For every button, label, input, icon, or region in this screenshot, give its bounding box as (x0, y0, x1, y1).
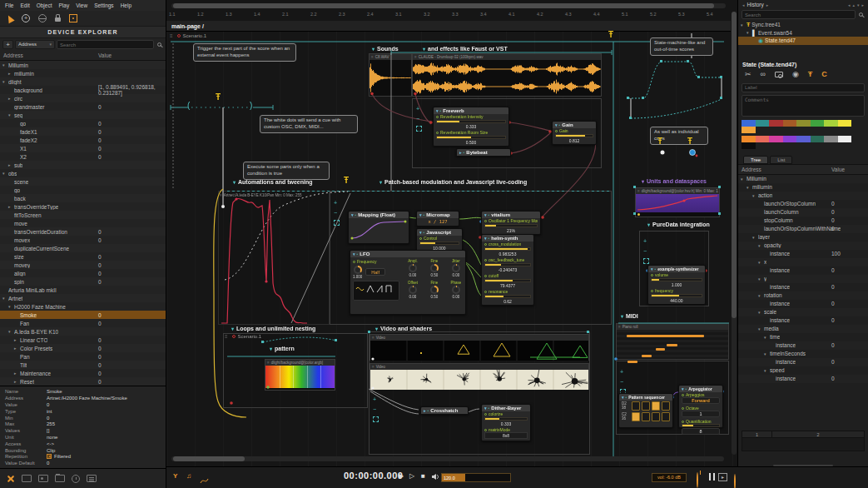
video-zoom-icons[interactable]: +− (373, 396, 379, 422)
palette-swatch[interactable] (756, 120, 770, 127)
stop-icon[interactable]: ■ (421, 473, 425, 480)
patch-zoom-icons[interactable]: +− (334, 200, 340, 226)
midi-note[interactable] (642, 355, 652, 357)
speaker-icon[interactable] (431, 473, 439, 482)
tempo-slider[interactable]: 120.0 (441, 473, 511, 482)
tree-row[interactable]: fitToScreen (0, 211, 166, 219)
volume-display[interactable]: vol: -6.0 dB (652, 473, 687, 482)
tree-row[interactable]: stopColumn0 (738, 217, 868, 225)
automation-box[interactable] (218, 191, 330, 325)
message-icon[interactable] (22, 475, 32, 482)
sounds-label[interactable]: ▾Sounds (372, 46, 399, 52)
vertical-scrollbar[interactable] (732, 12, 737, 455)
tree-row[interactable]: ▸sub (0, 161, 166, 169)
annotation-note[interactable]: Execute some parts only when a condition… (243, 162, 330, 180)
tree-row[interactable]: size0 (0, 252, 166, 261)
tree-row[interactable]: ▸Maintenance0 (0, 369, 166, 377)
curve-icon[interactable] (200, 473, 209, 488)
tree-row[interactable]: ▾A.leda B-EYE K10 (0, 327, 166, 336)
automations-label[interactable]: ▾Automations and tweening (233, 179, 312, 185)
node-param[interactable]: volume1.000 (648, 272, 705, 288)
device-search-input[interactable] (57, 40, 154, 49)
trigger-icon[interactable]: Ŧ (344, 177, 349, 185)
tree-row[interactable]: instance0 (738, 358, 868, 366)
tree-row[interactable]: fadeX20 (0, 136, 166, 144)
node-javascript[interactable]: ▾▪Javascript Control10.000 (416, 228, 463, 252)
pattern-label[interactable]: ▾pattern (270, 346, 295, 351)
tree-row[interactable]: ▾millumin (738, 183, 868, 192)
tree-row[interactable]: launchOrStopColumnWithName0 (738, 225, 868, 233)
tree-row[interactable]: ▾y (738, 275, 868, 283)
tree-row[interactable]: launchOrStopColumn0 (738, 200, 868, 208)
snapshot-icon[interactable]: ◉ (792, 71, 799, 78)
tree-row[interactable]: move (0, 219, 166, 227)
knob[interactable]: Offset0.00 (403, 281, 423, 301)
matrix-mode-value[interactable]: 8x8 (484, 432, 528, 439)
tree-row[interactable]: fadeX10 (0, 127, 166, 136)
address-dropdown[interactable]: Address▾ (15, 40, 55, 49)
node-gain[interactable]: ▾▪Gain Gain0.812 (552, 121, 597, 145)
menu-item[interactable]: Edit (20, 2, 29, 8)
step-cell[interactable] (642, 412, 650, 421)
units-label[interactable]: ▾Units and dataspaces (642, 178, 707, 184)
tree-row[interactable]: grandmaster0 (0, 102, 166, 111)
tree-row[interactable]: go (0, 186, 166, 194)
palette-swatch[interactable] (783, 136, 797, 142)
tree-row[interactable]: ▸Color Presets0 (0, 344, 166, 352)
pd-zoom-icons[interactable]: +− (643, 238, 649, 264)
waveform-selector[interactable] (353, 281, 399, 301)
midi-note[interactable] (656, 348, 665, 351)
link-icon[interactable]: ∞ (761, 71, 766, 78)
tree-row[interactable]: ◉State.tend47 (738, 37, 868, 45)
trigger-icon[interactable]: Ŧ (216, 93, 221, 102)
palette-swatch[interactable] (742, 127, 756, 133)
palette-swatch[interactable] (742, 120, 756, 127)
menu-item[interactable]: Object (37, 2, 52, 8)
midi-note[interactable] (627, 361, 637, 363)
node-param[interactable]: cutoff79.4377 (482, 273, 533, 289)
node-param[interactable]: Oscillator 1 Frequency Morph Amount21% (482, 218, 540, 234)
tree-row[interactable]: movex0 (0, 236, 166, 244)
video-clip-2[interactable]: ≡Video (370, 363, 589, 390)
tree-row[interactable]: ▾seq (0, 111, 166, 119)
palette-swatch[interactable] (811, 120, 825, 127)
scenario-header[interactable]: ≡Scenario.1 (170, 33, 206, 38)
menu-item[interactable]: Play (58, 2, 69, 8)
knob[interactable]: Fine0.50 (424, 281, 444, 301)
snapshot-tool-icon[interactable] (69, 14, 77, 22)
tree-row[interactable]: align0 (0, 269, 166, 277)
step-cell[interactable] (662, 401, 670, 411)
tree-row[interactable]: ▸transOverrideType (0, 202, 166, 211)
step-cell[interactable] (652, 401, 660, 411)
annotation-note[interactable]: Trigger the next part of the score when … (193, 43, 296, 62)
tree-row[interactable]: Arturia MiniLab mkII (0, 286, 166, 294)
tree-row[interactable]: ▾time (738, 333, 868, 341)
node-param[interactable]: Gain0.812 (553, 128, 596, 144)
tree-row[interactable]: ▾opacity (738, 242, 868, 250)
trigger-icon[interactable]: Ŧ (808, 71, 813, 78)
node-mapping[interactable]: ▾▪Mapping (Float) (348, 211, 409, 244)
step-cell[interactable] (632, 401, 640, 411)
page-2[interactable]: 2 (772, 431, 864, 437)
annotation-note[interactable]: State-machine-like and out-of-time score… (650, 37, 713, 56)
tree-row[interactable]: ▸Linear CTO0 (0, 336, 166, 344)
step-cell[interactable] (652, 412, 660, 421)
palette-swatch[interactable] (796, 136, 811, 142)
puredata-label[interactable]: ▾PureData integration (647, 222, 710, 227)
panel-up-icon[interactable]: ▴ (852, 2, 855, 7)
create-tool-icon[interactable]: + (22, 14, 30, 22)
scissors-icon[interactable]: ✂ (745, 71, 751, 78)
panel-next-icon[interactable]: ▸ (861, 2, 864, 7)
tree-row[interactable]: ▾H2000 Faze Machine (0, 302, 166, 311)
nested-scenario-header[interactable]: ≡Scenario.1 (225, 334, 261, 339)
node-param[interactable]: cross_modulation0.983253 (482, 242, 533, 257)
step-cell[interactable] (642, 401, 650, 411)
tree-row[interactable]: ▾media (738, 325, 868, 333)
node-freeverb[interactable]: ▾▪Freeverb Reverberation Intensity0.333R… (433, 107, 509, 147)
tree-row[interactable]: ▾▌Event.swan54 (738, 29, 868, 37)
midi-note[interactable] (627, 335, 704, 337)
label-input[interactable] (742, 83, 865, 92)
tree-row[interactable]: transOverrideDuration0 (0, 227, 166, 236)
panel-down-icon[interactable]: ▾ (857, 2, 860, 7)
tree-row[interactable]: ▸Reset0 (0, 377, 166, 386)
